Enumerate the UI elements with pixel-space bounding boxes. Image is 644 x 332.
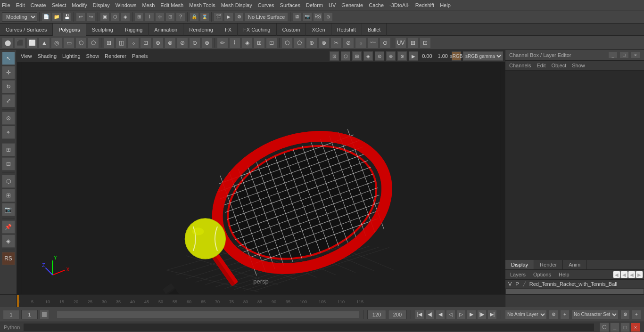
menu-mesh[interactable]: Mesh	[142, 2, 155, 8]
crease-btn[interactable]: 〰	[367, 37, 379, 49]
bevel-btn[interactable]: ⬦	[355, 37, 366, 49]
undo-btn[interactable]: ↩	[76, 12, 85, 22]
tab-animation[interactable]: Animation	[149, 24, 183, 36]
char-set-btn1[interactable]: ⚙	[620, 310, 630, 319]
menu-windows[interactable]: Windows	[116, 2, 137, 8]
multi-cut-btn[interactable]: ✂	[330, 37, 342, 49]
layer-scrollbar[interactable]	[505, 289, 644, 294]
menu-deform[interactable]: Deform	[306, 2, 323, 8]
uv-unfold-btn[interactable]: ⊞	[407, 37, 419, 49]
quad-draw-btn[interactable]: ◈	[241, 37, 253, 49]
menu-select[interactable]: Select	[52, 2, 66, 8]
go-end-btn[interactable]: ▶|	[487, 310, 497, 319]
tab-polygons[interactable]: Polygons	[53, 24, 86, 36]
camera-btn[interactable]: 📷	[2, 203, 15, 216]
vp-icon7[interactable]: ⊗	[397, 51, 407, 61]
tab-fx-caching[interactable]: FX Caching	[238, 24, 276, 36]
soft-select-btn[interactable]: ⊙	[2, 112, 15, 125]
tab-curves-surfaces[interactable]: Curves / Surfaces	[0, 24, 53, 36]
tab-rigging[interactable]: Rigging	[119, 24, 149, 36]
mirror-btn[interactable]: ◫	[116, 37, 127, 49]
paint-btn[interactable]: ◈	[121, 12, 130, 22]
isolate-btn[interactable]: ◈	[2, 235, 15, 248]
tab-bullet[interactable]: Bullet	[362, 24, 387, 36]
sphere-btn[interactable]: ⬤	[2, 37, 13, 49]
rp-minimize-btn[interactable]: _	[608, 52, 618, 58]
anim-layer-select[interactable]: No Anim Layer	[505, 310, 547, 319]
separate-btn[interactable]: ⊘	[177, 37, 188, 49]
menu-curves[interactable]: Curves	[258, 2, 274, 8]
menu-cache[interactable]: Cache	[369, 2, 384, 8]
win-icon-btn[interactable]: ⬡	[600, 323, 609, 332]
render-out-btn[interactable]: ⊙	[323, 12, 333, 22]
anim-tab[interactable]: Anim	[563, 260, 586, 269]
show-menu[interactable]: Show	[84, 53, 101, 59]
align-btn[interactable]: ⊟	[2, 157, 15, 170]
menu-mesh-display[interactable]: Mesh Display	[221, 2, 252, 8]
history-btn[interactable]: ⌛	[200, 12, 209, 22]
vp-icon8[interactable]: ▶	[409, 51, 418, 61]
frame-current-input[interactable]	[21, 310, 38, 319]
menu-redshift[interactable]: Redshift	[415, 2, 434, 8]
menu-surfaces[interactable]: Surfaces	[280, 2, 300, 8]
rp-maximize-btn[interactable]: □	[619, 52, 629, 58]
vp-icon2[interactable]: ⬡	[341, 51, 350, 61]
layer-p-btn[interactable]: P	[515, 281, 519, 287]
play-fwd-btn[interactable]: ▷	[456, 310, 466, 319]
snap-view-btn[interactable]: ⊡	[165, 12, 175, 22]
rotate-tool-btn[interactable]: ↻	[2, 80, 15, 93]
render-cam-btn[interactable]: 📷	[303, 12, 312, 22]
char-set-btn2[interactable]: +	[632, 310, 641, 319]
tab-rendering[interactable]: Rendering	[183, 24, 219, 36]
open-scene-btn[interactable]: 📁	[52, 12, 61, 22]
render-settings-btn[interactable]: ⚙	[234, 12, 244, 22]
render-tab[interactable]: Render	[534, 260, 563, 269]
lasso-select-btn[interactable]: ⌖	[2, 126, 15, 139]
display-tab[interactable]: Display	[505, 260, 534, 269]
extrude-btn[interactable]: ⬡	[281, 37, 293, 49]
append-btn[interactable]: ⊕	[306, 37, 317, 49]
select-mode-btn[interactable]: ▣	[100, 12, 109, 22]
menu-edit[interactable]: Edit	[16, 2, 25, 8]
menu-edit-mesh[interactable]: Edit Mesh	[160, 2, 183, 8]
vp-icon6[interactable]: ⊕	[386, 51, 396, 61]
fill-hole-btn[interactable]: ⊙	[189, 37, 200, 49]
color-profile-select[interactable]: sRGB gamma	[463, 51, 503, 61]
layer-add2-btn[interactable]: ◀	[620, 271, 628, 278]
render-btn[interactable]: 🎬	[214, 12, 223, 22]
proj-cut-btn[interactable]: ⊗	[318, 37, 330, 49]
save-scene-btn[interactable]: 💾	[62, 12, 72, 22]
prev-key-btn[interactable]: ◀|	[425, 310, 435, 319]
anim-layer-btn2[interactable]: +	[560, 310, 570, 319]
shading-menu[interactable]: Shading	[36, 53, 58, 59]
render-rs-btn[interactable]: RS	[313, 12, 322, 22]
layers-subtab[interactable]: Layers	[506, 271, 529, 278]
menu-generate[interactable]: Generate	[341, 2, 363, 8]
snap-point-btn[interactable]: ⊹	[155, 12, 165, 22]
torus-btn[interactable]: ◎	[51, 37, 62, 49]
ipr-btn[interactable]: ▶	[224, 12, 233, 22]
sculpt-btn[interactable]: ⊡	[140, 37, 151, 49]
uv-editor-btn[interactable]: UV	[395, 37, 406, 49]
object-label[interactable]: Object	[551, 63, 566, 68]
scale-tool-btn[interactable]: ⤢	[2, 94, 15, 107]
select-tool-btn[interactable]: ↖	[2, 52, 15, 65]
menu-create[interactable]: Create	[31, 2, 46, 8]
snap-together-btn[interactable]: ⊞	[2, 143, 15, 156]
tab-redshift[interactable]: Redshift	[331, 24, 362, 36]
menu-3dtoall[interactable]: -3DtoAll-	[389, 2, 410, 8]
timeline-ruler[interactable]: 1 5 10 15 20 25 30 35 40 45 50 55 60 65 …	[17, 295, 505, 307]
offset-btn[interactable]: ⊘	[343, 37, 354, 49]
frame-start-input[interactable]	[3, 310, 19, 319]
rp-close-btn[interactable]: ×	[631, 52, 640, 58]
vp-icon5[interactable]: ⊙	[375, 51, 384, 61]
viewport[interactable]: View Shading Lighting Show Renderer Pane…	[17, 50, 505, 294]
lasso-btn[interactable]: ⬡	[110, 12, 120, 22]
layer-add3-btn[interactable]: ◀	[628, 271, 636, 278]
playback-range[interactable]: 120	[57, 311, 359, 318]
pen-tool-btn[interactable]: ✏	[217, 37, 228, 49]
char-set-select[interactable]: No Character Set	[571, 310, 619, 319]
frame-range-end-input[interactable]	[388, 310, 407, 319]
retopo-btn[interactable]: ⊡	[266, 37, 277, 49]
python-input[interactable]	[24, 324, 594, 331]
